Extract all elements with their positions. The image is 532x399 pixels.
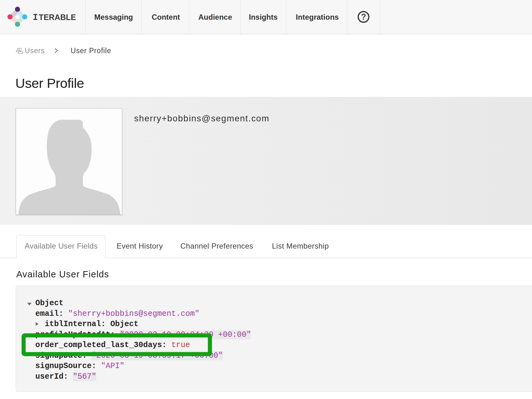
svg-text:TERABLE: TERABLE [39,13,76,22]
